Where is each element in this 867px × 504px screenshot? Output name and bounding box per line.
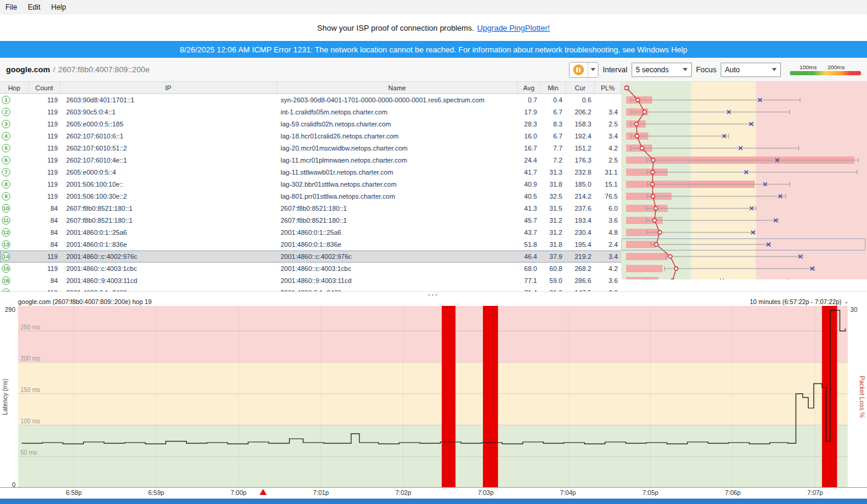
- header-cur[interactable]: Cur: [566, 82, 595, 93]
- min-cell: 7.2: [541, 154, 566, 166]
- name-cell: int-1.cralidfs05m.netops.charter.com: [277, 106, 518, 118]
- header-name[interactable]: Name: [277, 82, 518, 93]
- cur-cell: 268.2: [566, 263, 595, 275]
- packet-loss-bar: [822, 306, 837, 488]
- header-ip[interactable]: IP: [60, 82, 277, 93]
- table-row[interactable]: 16 84 2001:4860::9:4003:11cd 2001:4860::…: [0, 275, 867, 287]
- table-row[interactable]: 9 119 2001:506:100:30e::2 lag-801.prr01s…: [0, 190, 867, 202]
- latency-graph-cell: [621, 226, 867, 238]
- focus-select[interactable]: Auto: [721, 63, 781, 77]
- pl-cell: 4.2: [595, 263, 621, 275]
- hop-badge: 3: [2, 120, 10, 128]
- count-cell: 119: [29, 190, 60, 202]
- table-row[interactable]: 15 119 2001:4860::c:4003:1cbc 2001:4860:…: [0, 263, 867, 275]
- table-row[interactable]: 14 119 2001:4860::c:4002:976c 2001:4860:…: [0, 250, 867, 263]
- avg-cell: 17.9: [518, 106, 541, 118]
- cur-cell: 195.4: [566, 238, 595, 250]
- table-row[interactable]: 8 119 2001:506:100:10e:: lag-302.bbr01st…: [0, 178, 867, 190]
- pl-cell: 3.6: [595, 214, 621, 226]
- time-tick-label: 7:06p: [725, 489, 741, 496]
- cur-cell: 230.4: [566, 226, 595, 238]
- table-row[interactable]: 12 84 2001:4860:0:1::25a6 2001:4860:0:1:…: [0, 226, 867, 238]
- table-row[interactable]: 6 119 2602:107:6010:4e::1 lag-11.mcr01pl…: [0, 154, 867, 166]
- pl-cell: 2.5: [595, 118, 621, 130]
- time-marker-triangle[interactable]: [259, 489, 267, 495]
- min-cell: 0.4: [541, 94, 566, 106]
- header-min[interactable]: Min: [541, 82, 566, 93]
- hop-badge: 9: [2, 192, 10, 201]
- upgrade-pingplotter-link[interactable]: Upgrade PingPlotter!: [477, 23, 550, 33]
- name-cell: 2001:4860:0:1::836e: [277, 238, 518, 250]
- min-cell: 59.0: [541, 275, 566, 287]
- table-row[interactable]: 13 84 2001:4860:0:1::836e 2001:4860:0:1:…: [0, 238, 867, 250]
- focus-value: Auto: [725, 66, 740, 74]
- header-count[interactable]: Count: [29, 82, 60, 93]
- pause-dropdown-button[interactable]: [588, 63, 598, 77]
- graph-title: Latency: [728, 84, 751, 92]
- cur-cell: 237.6: [566, 202, 595, 214]
- legend-200ms-label: 200ms: [828, 64, 845, 71]
- table-row[interactable]: 5 119 2602:107:6010:51::2 lag-20.mcr01ms…: [0, 142, 867, 154]
- min-cell: 31.5: [541, 202, 566, 214]
- count-cell: 119: [29, 142, 60, 154]
- name-cell: lag-11.mcr01plmnwaen.netops.charter.com: [277, 154, 518, 166]
- name-cell: lag-302.bbr01sttlwa.netops.charter.com: [277, 178, 518, 190]
- table-row[interactable]: 4 119 2602:107:6010:6::1 lag-18.hcr01cra…: [0, 130, 867, 142]
- latency-graph-cell: [621, 214, 867, 226]
- hop-badge: 17: [2, 288, 10, 291]
- timeline-chart[interactable]: 50 ms100 ms150 ms200 ms250 ms: [0, 306, 867, 488]
- table-row[interactable]: 10 84 2607:f8b0:8521:180::1 2607:f8b0:85…: [0, 202, 867, 214]
- table-row[interactable]: 11 84 2607:f8b0:8521:180::1 2607:f8b0:85…: [0, 214, 867, 226]
- header-latency-graph[interactable]: 0 ms Latency 360 ms: [621, 82, 867, 93]
- pause-button[interactable]: [570, 63, 588, 77]
- name-cell: 2001:4860::c:4003:1cbc: [277, 263, 518, 275]
- table-row[interactable]: 7 119 2605:e000:0:5::4 lag-11.sttlwawb01…: [0, 166, 867, 178]
- avg-cell: 16.0: [518, 130, 541, 142]
- table-row[interactable]: 17 119 2001:4860:0:1::2489 2001:4860:0:1…: [0, 287, 867, 291]
- trace-controls: Interval 5 seconds Focus Auto 100ms 200m…: [569, 62, 861, 78]
- time-tick-label: 7:00p: [231, 489, 246, 496]
- ip-cell: 2001:4860::c:4003:1cbc: [60, 263, 277, 275]
- timeline-range-label[interactable]: 10 minutes (6:57:22p - 7:07:22p): [750, 298, 841, 305]
- pane-splitter[interactable]: •••: [0, 291, 867, 297]
- chevron-down-icon[interactable]: ⌄: [844, 299, 849, 305]
- graph-scale-max: 360 ms: [838, 84, 860, 92]
- header-pl[interactable]: PL%: [595, 82, 621, 93]
- chevron-down-icon: [591, 68, 595, 71]
- header-hop[interactable]: Hop: [0, 82, 29, 93]
- cur-cell: 192.4: [566, 130, 595, 142]
- gridline-label: 100 ms: [20, 418, 40, 425]
- timeline-scrollbar[interactable]: [0, 499, 867, 504]
- table-row[interactable]: 3 119 2605:e000:0:5::185 lag-59.cralidfs…: [0, 118, 867, 130]
- interval-select[interactable]: 5 seconds: [632, 63, 692, 77]
- header-avg[interactable]: Avg: [518, 82, 541, 93]
- hop-badge: 14: [2, 252, 10, 261]
- pl-cell: 3.4: [595, 250, 621, 263]
- avg-cell: 51.8: [518, 238, 541, 250]
- min-cell: 37.9: [541, 250, 566, 263]
- pl-cell: 3.6: [595, 275, 621, 287]
- target-ip: 2607:f8b0:4007:809::200e: [58, 65, 150, 74]
- target-host[interactable]: google.com: [6, 65, 50, 74]
- menu-help[interactable]: Help: [46, 0, 72, 14]
- hop-badge: 11: [2, 216, 10, 225]
- ip-cell: 2001:4860:0:1::25a6: [60, 226, 277, 238]
- table-body: 1 119 2603:90d8:401:1701::1 syn-2603-90d…: [0, 94, 867, 291]
- latency-graph-cell: [621, 142, 867, 154]
- hop-badge: 13: [2, 240, 10, 249]
- latency-graph-cell: [621, 238, 867, 250]
- pl-cell: 4.2: [595, 142, 621, 154]
- menu-edit[interactable]: Edit: [22, 0, 46, 14]
- table-row[interactable]: 2 119 2603:90c5:0:4::1 int-1.cralidfs05m…: [0, 106, 867, 118]
- ip-cell: 2603:90d8:401:1701::1: [60, 94, 277, 106]
- avg-cell: 77.1: [518, 275, 541, 287]
- cur-cell: 176.3: [566, 154, 595, 166]
- menu-file[interactable]: File: [0, 0, 22, 14]
- target-bar: google.com / 2607:f8b0:4007:809::200e In…: [0, 58, 867, 82]
- icmp-error-banner[interactable]: 8/26/2025 12:06 AM ICMP Error 1231: The …: [0, 41, 867, 58]
- gridline-label: 200 ms: [20, 355, 40, 362]
- name-cell: lag-18.hcr01cralid26.netops.charter.com: [277, 130, 518, 142]
- timeline-chart-area: 290 0 30 Latency (ms) Packet Loss % 50 m…: [0, 306, 867, 488]
- table-row[interactable]: 1 119 2603:90d8:401:1701::1 syn-2603-90d…: [0, 94, 867, 106]
- latency-graph-cell: [621, 287, 867, 291]
